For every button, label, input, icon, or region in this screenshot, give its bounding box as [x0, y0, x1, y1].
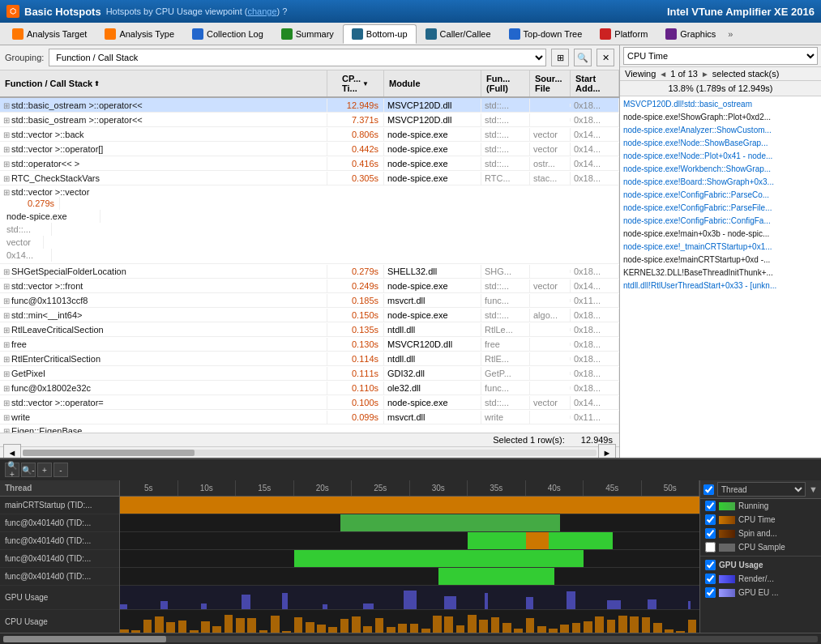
expand-icon[interactable]: ⊞ [3, 399, 10, 407]
nav-next-btn[interactable]: ► [701, 70, 709, 79]
table-row[interactable]: ⊞SHGetSpecialFolderLocation 0.279s SHELL… [0, 264, 619, 279]
table-row[interactable]: ⊞RtlEnterCriticalSection 0.114s ntdll.dl… [0, 352, 619, 366]
stack-link[interactable]: MSVCP120D.dll!std::basic_ostream [623, 100, 752, 109]
expand-icon[interactable]: ⊞ [3, 174, 10, 183]
stack-link[interactable]: node-spice.exe!ConfigFabric::ConfigFa... [623, 216, 771, 225]
table-row[interactable]: ⊞Eigen::EigenBase 0.090s node-spice.exe … [0, 424, 619, 433]
hscroll[interactable]: ◄ ► [0, 446, 619, 458]
legend-cpu-sample-check[interactable] [705, 542, 716, 552]
thread-track-row[interactable] [120, 568, 699, 586]
legend-thread-check[interactable] [703, 484, 714, 495]
table-row[interactable]: ⊞free 0.130s MSVCR120D.dll free 0x18... [0, 337, 619, 352]
table-row[interactable]: ⊞RtlLeaveCriticalSection 0.135s ntdll.dl… [0, 322, 619, 337]
thread-track-row[interactable] [120, 514, 699, 532]
table-row[interactable]: ⊞func@0x11013ccf8 0.185s msvcrt.dll func… [0, 293, 619, 308]
expand-icon[interactable]: ⊞ [3, 311, 10, 320]
thread-track-row[interactable] [120, 497, 699, 514]
stack-link[interactable]: node-spice.exe!ConfigFabric::ParseFile..… [623, 203, 772, 212]
expand-icon[interactable]: ⊞ [3, 160, 10, 168]
table-row[interactable]: ⊞std::basic_ostream >::operator<< 7.371s… [0, 113, 619, 127]
expand-icon[interactable]: ⊞ [3, 130, 10, 139]
stack-link[interactable]: node-spice.exe!Board::ShowGraph+0x3... [623, 177, 774, 186]
col-cpu[interactable]: CP...Ti... ▼ [327, 70, 384, 96]
scroll-left[interactable]: ◄ [3, 444, 21, 458]
stack-link[interactable]: node-spice.exe!ConfigFabric::ParseCo... [623, 190, 769, 199]
stack-link[interactable]: node-spice.exe!Analyzer::ShowCustom... [623, 126, 772, 134]
scroll-right[interactable]: ► [598, 444, 616, 458]
grouping-btn3[interactable]: ✕ [597, 49, 614, 66]
change-link[interactable]: change [248, 6, 277, 16]
expand-icon[interactable]: ⊞ [3, 188, 10, 197]
expand-icon[interactable]: ⊞ [3, 427, 10, 433]
col-func-full[interactable]: Fun...(Full) [481, 70, 530, 96]
tab-bottom-up[interactable]: Bottom-up [343, 24, 417, 44]
table-row[interactable]: ⊞write 0.099s msvcrt.dll write 0x11... [0, 410, 619, 424]
nav-prev-btn[interactable]: ◄ [659, 70, 667, 79]
legend-gpu-eu-check[interactable] [705, 587, 716, 598]
table-row[interactable]: ⊞std::vector >::front 0.249s node-spice.… [0, 279, 619, 293]
expand-icon[interactable]: ⊞ [3, 413, 10, 422]
legend-running-check[interactable] [705, 501, 716, 511]
thread-track-row[interactable] [120, 532, 699, 550]
grouping-select[interactable]: Function / Call Stack Function Module Th… [49, 49, 546, 66]
expand-icon[interactable]: ⊞ [3, 384, 10, 393]
legend-thread-dropdown[interactable]: Thread [717, 482, 806, 497]
timeline-content[interactable]: 5s 10s 15s 20s 25s 30s 35s 40s 45s 50s [120, 480, 699, 633]
tab-platform[interactable]: Platform [591, 24, 656, 44]
gpu-track-row[interactable] [120, 586, 699, 610]
stack-link[interactable]: ntdll.dll!RtlUserThreadStart+0x33 - [unk… [623, 281, 776, 290]
stack-link[interactable]: node-spice.exe!Workbench::ShowGrap... [623, 164, 771, 173]
col-fn[interactable]: Function / Call Stack ⬆ [0, 70, 327, 96]
col-source[interactable]: Sour...File [530, 70, 571, 96]
stack-link[interactable]: node-spice.exe!Node::ShowBaseGrap... [623, 139, 768, 147]
expand-icon[interactable]: ⊞ [3, 326, 10, 335]
table-row[interactable]: ⊞func@0x18002e32c 0.110s ole32.dll func.… [0, 381, 619, 395]
col-start[interactable]: StartAdd... [571, 70, 619, 96]
table-row[interactable]: ⊞std::vector >::vector 0.279s node-spice… [0, 186, 619, 264]
zoom-in-btn[interactable]: 🔍+ [5, 463, 19, 477]
tab-caller-callee[interactable]: Caller/Callee [417, 24, 500, 44]
thread-track-row[interactable] [120, 550, 699, 568]
table-row[interactable]: ⊞std::vector >::operator= 0.100s node-sp… [0, 395, 619, 410]
table-row[interactable]: ⊞std::vector >::back 0.806s node-spice.e… [0, 127, 619, 142]
tab-analysis-target[interactable]: Analysis Target [3, 24, 96, 44]
expand-icon[interactable]: ⊞ [3, 296, 10, 305]
zoom-in2-btn[interactable]: + [37, 463, 52, 477]
legend-dropdown-arrow[interactable]: ▼ [809, 484, 818, 494]
zoom-out-btn[interactable]: 🔍- [21, 463, 36, 477]
expand-icon[interactable]: ⊞ [3, 101, 10, 110]
expand-icon[interactable]: ⊞ [3, 267, 10, 276]
tab-top-down-tree[interactable]: Top-down Tree [500, 24, 592, 44]
table-row[interactable]: ⊞std::operator<< > 0.416s node-spice.exe… [0, 156, 619, 171]
tab-graphics[interactable]: Graphics [656, 24, 725, 44]
tab-analysis-type[interactable]: Analysis Type [96, 24, 183, 44]
table-row[interactable]: ⊞GetPixel 0.111s GDI32.dll GetP... 0x18.… [0, 366, 619, 381]
expand-icon[interactable]: ⊞ [3, 340, 10, 349]
legend-render-check[interactable] [705, 574, 716, 584]
table-row[interactable]: ⊞RTC_CheckStackVars 0.305s node-spice.ex… [0, 171, 619, 186]
grouping-btn1[interactable]: ⊞ [551, 49, 569, 66]
expand-icon[interactable]: ⊞ [3, 145, 10, 154]
tab-collection-log[interactable]: Collection Log [183, 24, 272, 44]
cpu-track-row[interactable] [120, 610, 699, 633]
table-body[interactable]: ⊞std::basic_ostream >::operator<< 12.949… [0, 98, 619, 433]
table-row[interactable]: ⊞std::vector >::operator[] 0.442s node-s… [0, 142, 619, 156]
table-row[interactable]: ⊞std::min<__int64> 0.150s node-spice.exe… [0, 308, 619, 322]
grouping-btn2[interactable]: 🔍 [574, 49, 592, 66]
timeline-hscroll[interactable] [0, 633, 821, 644]
stack-link[interactable]: node-spice.exe!_tmainCRTStartup+0x1... [623, 242, 772, 251]
legend-gpu-usage-check[interactable] [705, 560, 716, 570]
expand-icon[interactable]: ⊞ [3, 355, 10, 364]
legend-spin-check[interactable] [705, 528, 716, 539]
expand-icon[interactable]: ⊞ [3, 116, 10, 125]
table-row[interactable]: ⊞std::basic_ostream >::operator<< 12.949… [0, 98, 619, 113]
cpu-time-dropdown[interactable]: CPU Time [623, 47, 818, 65]
tab-summary[interactable]: Summary [272, 24, 343, 44]
expand-icon[interactable]: ⊞ [3, 282, 10, 291]
expand-icon[interactable]: ⊞ [3, 369, 10, 378]
stack-link[interactable]: node-spice.exe!Node::Plot+0x41 - node... [623, 151, 772, 160]
col-module[interactable]: Module [384, 70, 481, 96]
toolbar-more-arrow[interactable]: » [725, 28, 736, 41]
zoom-out2-btn[interactable]: - [53, 463, 68, 477]
legend-cpu-time-check[interactable] [705, 514, 716, 525]
